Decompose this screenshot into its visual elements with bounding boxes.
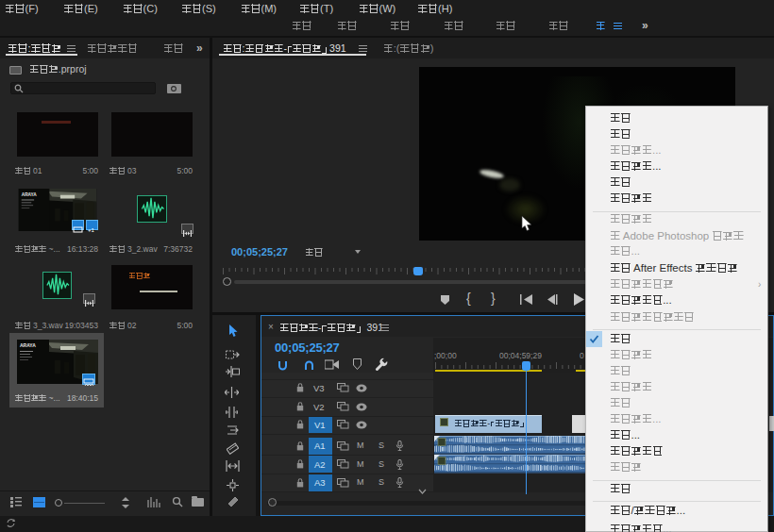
svg-text:+1: +1: [88, 227, 95, 233]
svg-text:ARAYA: ARAYA: [20, 342, 36, 348]
svg-text:ARAYA: ARAYA: [22, 192, 38, 197]
